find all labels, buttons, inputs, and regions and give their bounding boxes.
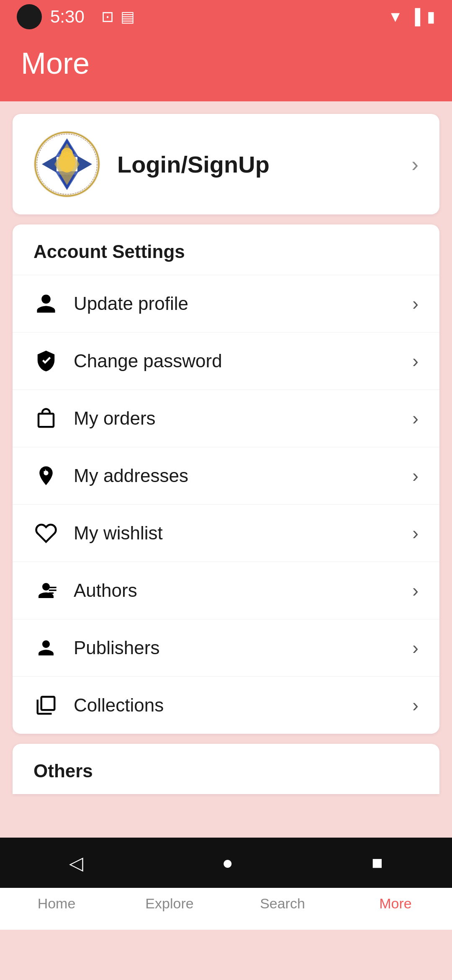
signal-icon: ▐ [409,8,420,26]
svg-text:+: + [43,467,48,476]
others-title: Others [33,761,419,781]
bag-icon [33,406,59,431]
account-settings-title: Account Settings [33,241,419,262]
change-password-item[interactable]: Change password › [13,333,439,390]
status-icons: ⊡ ▤ [101,8,135,26]
authors-label: Authors [74,580,397,601]
sim-icon: ⊡ [101,8,114,26]
main-content: Login/SignUp › Account Settings Update p… [0,101,452,807]
my-orders-item[interactable]: My orders › [13,390,439,447]
update-profile-chevron-icon: › [412,293,419,314]
my-orders-label: My orders [74,408,397,429]
publishers-label: Publishers [74,637,397,658]
status-circle [17,4,42,29]
others-card: Others [13,744,439,794]
publishers-chevron-icon: › [412,637,419,658]
my-wishlist-label: My wishlist [74,523,397,544]
change-password-chevron-icon: › [412,351,419,371]
back-button[interactable]: ◁ [69,852,83,874]
heart-icon [33,521,59,546]
status-bar: 5:30 ⊡ ▤ ▼ ▐ ▮ [0,0,452,34]
status-left: 5:30 ⊡ ▤ [17,4,135,29]
system-nav-bar: ◁ ● ■ [0,838,452,888]
home-nav-label: Home [38,895,76,912]
my-wishlist-item[interactable]: My wishlist › [13,505,439,562]
status-time: 5:30 [50,7,85,27]
explore-nav-label: Explore [145,895,193,912]
my-addresses-label: My addresses [74,465,397,486]
my-wishlist-chevron-icon: › [412,523,419,544]
my-addresses-chevron-icon: › [412,465,419,486]
shield-icon [33,348,59,374]
account-settings-header: Account Settings [13,224,439,275]
collections-icon [33,693,59,718]
login-chevron-icon: › [411,152,419,176]
home-button[interactable]: ● [222,852,233,873]
app-logo [33,131,100,198]
header: More [0,34,452,101]
recents-button[interactable]: ■ [372,852,383,873]
authors-chevron-icon: › [412,580,419,601]
svg-rect-15 [49,593,54,594]
others-header: Others [13,744,439,794]
authors-icon [33,578,59,603]
login-signup-label: Login/SignUp [117,151,395,178]
location-plus-icon: + [33,463,59,488]
more-nav-label: More [379,895,411,912]
update-profile-item[interactable]: Update profile › [13,275,439,333]
svg-rect-14 [49,590,56,591]
person-icon [33,291,59,316]
publishers-icon [33,635,59,660]
collections-chevron-icon: › [412,695,419,716]
authors-item[interactable]: Authors › [13,562,439,619]
wifi-icon: ▼ [388,8,403,26]
change-password-label: Change password [74,351,397,371]
account-settings-card: Account Settings Update profile › Change… [13,224,439,734]
collections-label: Collections [74,695,397,716]
collections-item[interactable]: Collections › [13,677,439,734]
my-orders-chevron-icon: › [412,408,419,429]
publishers-item[interactable]: Publishers › [13,619,439,677]
search-nav-label: Search [260,895,305,912]
login-card[interactable]: Login/SignUp › [13,114,439,214]
status-right: ▼ ▐ ▮ [388,8,435,26]
svg-point-10 [61,148,73,160]
svg-rect-13 [49,587,56,588]
battery-icon: ▮ [427,8,435,26]
my-addresses-item[interactable]: + My addresses › [13,447,439,505]
sim2-icon: ▤ [121,8,135,26]
update-profile-label: Update profile [74,293,397,314]
page-title: More [21,46,431,80]
